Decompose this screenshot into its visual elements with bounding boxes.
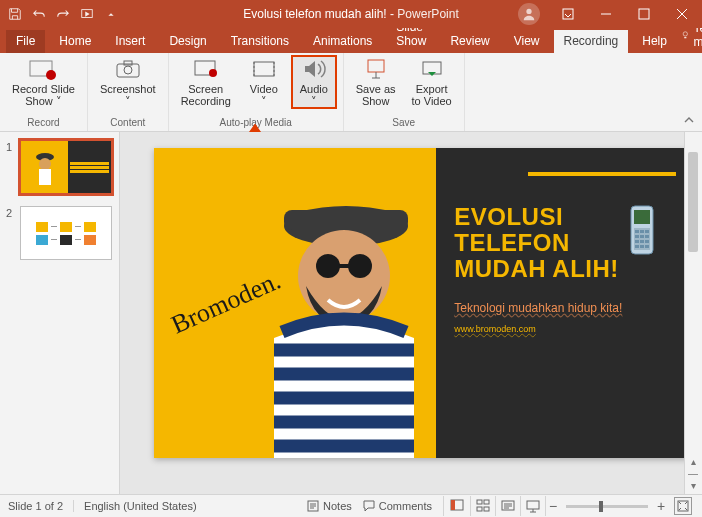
slide-title: EVOLUSI TELEFON MUDAH ALIH! <box>454 204 619 282</box>
comments-button[interactable]: Comments <box>363 500 432 512</box>
accent-bar <box>528 172 676 176</box>
svg-rect-15 <box>254 62 274 76</box>
app-name: PowerPoint <box>397 7 458 21</box>
svg-point-19 <box>39 158 51 170</box>
normal-view-icon[interactable] <box>445 496 469 516</box>
thumbnail-2[interactable] <box>20 206 112 260</box>
video-icon <box>250 57 278 81</box>
slide-position[interactable]: Slide 1 of 2 <box>8 500 63 512</box>
close-icon[interactable] <box>664 0 700 28</box>
slide-canvas: Bromoden. <box>120 132 702 494</box>
svg-rect-48 <box>484 507 489 511</box>
qat-customize-icon[interactable] <box>100 3 122 25</box>
collapse-ribbon-icon[interactable] <box>682 113 696 127</box>
scrollbar-thumb[interactable] <box>688 152 698 252</box>
notes-icon <box>307 500 319 512</box>
screenshot-button[interactable]: Screenshot ˅ <box>94 55 162 109</box>
redo-icon[interactable] <box>52 3 74 25</box>
zoom-in-icon[interactable]: + <box>655 500 667 512</box>
group-content: Screenshot ˅ Content <box>88 53 169 131</box>
svg-rect-30 <box>635 230 639 233</box>
save-as-show-button[interactable]: Save as Show <box>350 55 402 109</box>
tab-animations[interactable]: Animations <box>303 30 382 53</box>
camera-icon <box>114 57 142 81</box>
group-save: Save as Show Export to Video Save <box>344 53 465 131</box>
group-record-label: Record <box>27 117 59 130</box>
thumb-row-1: 1 <box>6 140 113 194</box>
svg-rect-39 <box>635 245 639 248</box>
tab-design[interactable]: Design <box>159 30 216 53</box>
vertical-scrollbar[interactable]: ▴ — ▾ <box>684 132 702 494</box>
export-video-icon <box>418 57 446 81</box>
thumb-num-2: 2 <box>6 206 16 260</box>
svg-rect-28 <box>634 210 650 224</box>
svg-rect-22 <box>284 210 408 230</box>
tab-help[interactable]: Help <box>632 30 677 53</box>
maximize-icon[interactable] <box>626 0 662 28</box>
group-content-label: Content <box>110 117 145 130</box>
svg-point-11 <box>124 66 132 74</box>
status-bar: Slide 1 of 2 English (United States) Not… <box>0 494 702 517</box>
slide-right: EVOLUSI TELEFON MUDAH ALIH! Teknologi mu… <box>436 148 694 458</box>
slideshow-view-icon[interactable] <box>520 496 544 516</box>
notes-button[interactable]: Notes <box>307 500 352 512</box>
reading-view-icon[interactable] <box>495 496 519 516</box>
doc-title: Evolusi telefon mudah alih! <box>243 7 386 21</box>
thumb-num-1: 1 <box>6 140 16 194</box>
svg-rect-45 <box>477 500 482 504</box>
zoom-out-icon[interactable]: − <box>547 500 559 512</box>
next-slide-icon[interactable]: ▾ <box>686 479 700 491</box>
svg-rect-37 <box>640 240 644 243</box>
svg-point-4 <box>683 32 687 36</box>
start-from-beginning-icon[interactable] <box>76 3 98 25</box>
avatar <box>518 3 540 25</box>
svg-rect-38 <box>645 240 649 243</box>
screen-recording-button[interactable]: Screen Recording <box>175 55 237 109</box>
svg-point-14 <box>209 69 217 77</box>
tab-insert[interactable]: Insert <box>105 30 155 53</box>
person-image <box>224 178 436 458</box>
title-sep: - <box>387 7 398 21</box>
zoom-slider[interactable] <box>566 505 648 508</box>
fit-to-window-icon[interactable] <box>674 497 692 515</box>
sorter-view-icon[interactable] <box>470 496 494 516</box>
video-button[interactable]: Video ˅ <box>241 55 287 109</box>
work-area: 1 2 Bromoden. <box>0 132 702 494</box>
save-icon[interactable] <box>4 3 26 25</box>
minimize-icon[interactable] <box>588 0 624 28</box>
tab-transitions[interactable]: Transitions <box>221 30 299 53</box>
slide[interactable]: Bromoden. <box>154 148 694 458</box>
slide-left: Bromoden. <box>154 148 436 458</box>
tab-recording[interactable]: Recording <box>554 30 629 53</box>
svg-rect-40 <box>640 245 644 248</box>
zoom-thumb[interactable] <box>599 501 603 512</box>
tab-review[interactable]: Review <box>440 30 499 53</box>
record-icon <box>29 57 57 81</box>
tab-home[interactable]: Home <box>49 30 101 53</box>
group-autoplay: Screen Recording Video ˅ Audio ˅ Auto-pl… <box>169 53 344 131</box>
prev-slide-icon[interactable]: ▴ <box>686 455 700 467</box>
svg-rect-50 <box>527 501 539 509</box>
slide-nav-sep: — <box>686 467 700 479</box>
audio-button[interactable]: Audio ˅ <box>291 55 337 109</box>
undo-icon[interactable] <box>28 3 50 25</box>
bulb-icon <box>681 28 690 42</box>
export-to-video-button[interactable]: Export to Video <box>406 55 458 109</box>
window-title: Evolusi telefon mudah alih! - PowerPoint <box>243 7 458 21</box>
svg-rect-46 <box>484 500 489 504</box>
svg-rect-35 <box>645 235 649 238</box>
ribbon-options-icon[interactable] <box>550 0 586 28</box>
ribbon-tabs: File Home Insert Design Transitions Anim… <box>0 28 702 53</box>
user-area[interactable] <box>512 3 540 25</box>
svg-rect-41 <box>645 245 649 248</box>
thumbnail-1[interactable] <box>20 140 112 194</box>
svg-point-25 <box>348 254 372 278</box>
language[interactable]: English (United States) <box>84 500 197 512</box>
svg-rect-36 <box>635 240 639 243</box>
tab-file[interactable]: File <box>6 30 45 53</box>
group-save-label: Save <box>392 117 415 130</box>
window-controls <box>512 0 702 28</box>
record-slide-show-button[interactable]: Record Slide Show ˅ <box>6 55 81 109</box>
save-as-show-icon <box>362 57 390 81</box>
tab-view[interactable]: View <box>504 30 550 53</box>
